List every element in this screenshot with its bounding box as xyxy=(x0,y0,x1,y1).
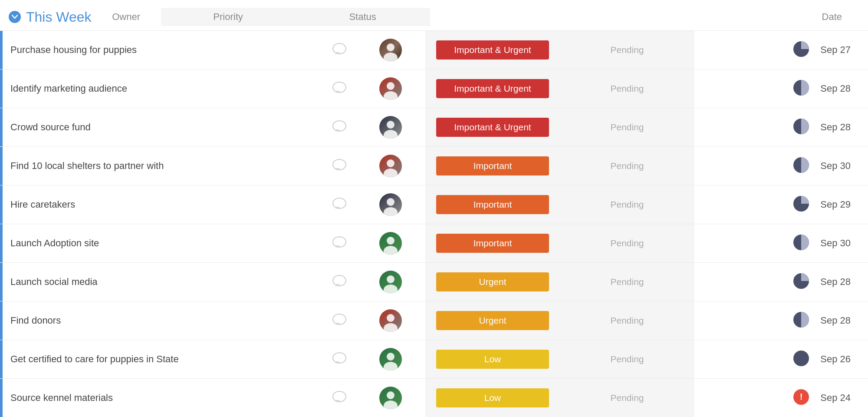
svg-point-35 xyxy=(333,314,346,324)
comment-icon[interactable] xyxy=(332,312,347,329)
priority-cell[interactable]: Important & Urgent xyxy=(425,108,560,146)
priority-cell[interactable]: Low xyxy=(425,340,560,378)
status-badge: Pending xyxy=(610,161,644,171)
table-row[interactable]: Hire caretakers Important Pending xyxy=(0,185,868,224)
status-badge: Pending xyxy=(610,393,644,403)
comment-icon[interactable] xyxy=(332,196,347,213)
table-row[interactable]: Find donors Urgent Pending xyxy=(0,301,868,340)
svg-point-7 xyxy=(387,82,395,90)
task-name: Launch Adoption site xyxy=(10,238,332,249)
table-row[interactable]: Find 10 local shelters to partner with I… xyxy=(0,147,868,185)
comment-icon[interactable] xyxy=(332,389,347,407)
owner-cell xyxy=(356,116,425,139)
status-cell: Pending xyxy=(560,185,694,224)
status-badge: Pending xyxy=(610,277,644,287)
svg-point-23 xyxy=(384,207,398,216)
comment-icon[interactable] xyxy=(332,80,347,97)
date-text: Sep 28 xyxy=(816,83,851,94)
priority-badge[interactable]: Important & Urgent xyxy=(436,40,549,60)
task-left-4: Hire caretakers xyxy=(0,185,356,224)
owner-cell xyxy=(356,232,425,255)
priority-cell[interactable]: Urgent xyxy=(425,263,560,301)
priority-badge[interactable]: Important & Urgent xyxy=(436,118,549,137)
priority-badge[interactable]: Important xyxy=(436,156,549,175)
avatar xyxy=(379,232,402,255)
status-badge: Pending xyxy=(610,45,644,55)
priority-badge[interactable]: Low xyxy=(436,388,549,407)
task-name: Hire caretakers xyxy=(10,199,332,210)
date-cell: Sep 28 xyxy=(694,273,868,291)
owner-cell xyxy=(356,193,425,216)
task-bar xyxy=(0,70,3,108)
priority-badge[interactable]: Low xyxy=(436,350,549,369)
status-cell: Pending xyxy=(560,31,694,69)
priority-badge[interactable]: Urgent xyxy=(436,311,549,330)
owner-cell xyxy=(356,387,425,409)
avatar xyxy=(379,39,402,61)
priority-badge[interactable]: Important & Urgent xyxy=(436,79,549,98)
collapse-button[interactable] xyxy=(9,11,21,23)
date-column-header: Date xyxy=(822,11,842,22)
avatar xyxy=(379,193,402,216)
comment-icon[interactable] xyxy=(332,351,347,368)
svg-point-5 xyxy=(333,82,346,93)
table-row[interactable]: Get certified to care for puppies in Sta… xyxy=(0,340,868,379)
date-cell: Sep 26 xyxy=(694,351,868,368)
svg-point-33 xyxy=(384,285,398,293)
progress-icon: ! xyxy=(793,389,809,407)
date-text: Sep 28 xyxy=(816,122,851,133)
task-left-5: Launch Adoption site xyxy=(0,224,356,262)
priority-cell[interactable]: Important & Urgent xyxy=(425,31,560,69)
priority-cell[interactable]: Important & Urgent xyxy=(425,70,560,108)
svg-point-40 xyxy=(333,353,346,363)
priority-cell[interactable]: Important xyxy=(425,224,560,262)
avatar xyxy=(379,155,402,177)
priority-cell[interactable]: Low xyxy=(425,379,560,417)
date-text: Sep 26 xyxy=(816,354,851,365)
task-bar xyxy=(0,340,3,378)
priority-cell[interactable]: Urgent xyxy=(425,301,560,340)
date-cell: Sep 28 xyxy=(694,80,868,97)
owner-cell xyxy=(356,155,425,177)
priority-badge[interactable]: Urgent xyxy=(436,272,549,291)
avatar xyxy=(379,348,402,371)
svg-point-0 xyxy=(333,43,346,54)
status-cell: Pending xyxy=(560,70,694,108)
task-bar xyxy=(0,147,3,185)
table-row[interactable]: Launch social media Urgent Pending xyxy=(0,263,868,301)
priority-badge[interactable]: Important xyxy=(436,234,549,253)
progress-icon xyxy=(793,235,809,252)
task-bar xyxy=(0,31,3,69)
svg-point-42 xyxy=(387,353,395,361)
priority-cell[interactable]: Important xyxy=(425,185,560,224)
table-row[interactable]: Identify marketing audience Important & … xyxy=(0,70,868,108)
date-cell: Sep 30 xyxy=(694,157,868,175)
progress-icon xyxy=(793,80,809,97)
table-row[interactable]: Source kennel materials Low Pending xyxy=(0,379,868,417)
table-row[interactable]: Crowd source fund Important & Urgent Pen… xyxy=(0,108,868,147)
svg-point-44 xyxy=(793,351,809,366)
comment-icon[interactable] xyxy=(332,235,347,252)
comment-icon[interactable] xyxy=(332,119,347,136)
priority-badge[interactable]: Important xyxy=(436,195,549,214)
task-name: Source kennel materials xyxy=(10,392,332,404)
progress-icon xyxy=(793,41,809,59)
comment-icon[interactable] xyxy=(332,41,347,59)
status-cell: Pending xyxy=(560,263,694,301)
date-cell: Sep 29 xyxy=(694,196,868,213)
svg-point-20 xyxy=(333,198,346,208)
owner-column-header: Owner xyxy=(112,11,140,22)
priority-cell[interactable]: Important xyxy=(425,147,560,185)
comment-icon[interactable] xyxy=(332,157,347,175)
svg-point-32 xyxy=(387,275,395,283)
owner-cell xyxy=(356,39,425,61)
date-cell: Sep 30 xyxy=(694,235,868,252)
status-badge: Pending xyxy=(610,122,644,132)
table-row[interactable]: Launch Adoption site Important Pending xyxy=(0,224,868,263)
task-bar xyxy=(0,108,3,146)
comment-icon[interactable] xyxy=(332,273,347,291)
status-badge: Pending xyxy=(610,199,644,210)
progress-icon xyxy=(793,312,809,329)
table-row[interactable]: Purchase housing for puppies Important &… xyxy=(0,31,868,70)
date-text: Sep 27 xyxy=(816,44,851,56)
